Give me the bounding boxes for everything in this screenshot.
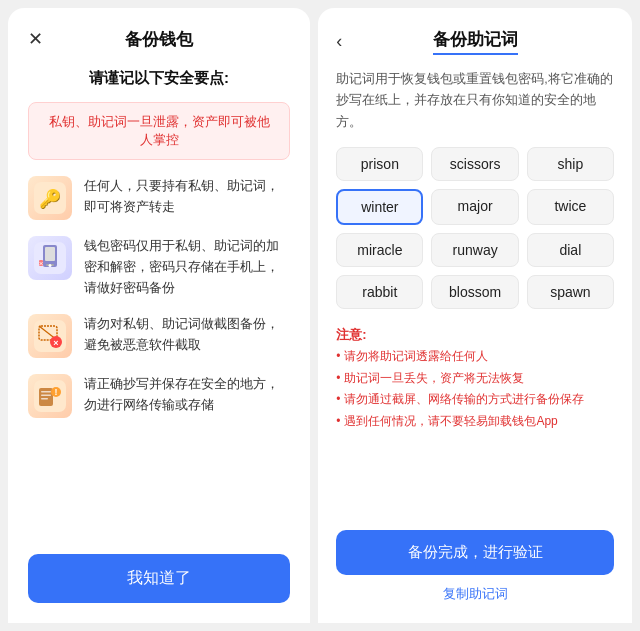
word-dial: dial <box>527 233 614 267</box>
word-ship: ship <box>527 147 614 181</box>
screenshot-icon: × <box>28 314 72 358</box>
note-item-4: • 遇到任何情况，请不要轻易卸载钱包App <box>336 411 614 433</box>
note-text-2: 助记词一旦丢失，资产将无法恢复 <box>344 368 524 390</box>
note-item-3: • 请勿通过截屏、网络传输的方式进行备份保存 <box>336 389 614 411</box>
svg-point-6 <box>49 264 52 267</box>
bullet-4: • <box>336 411 340 433</box>
note-item-2: • 助记词一旦丢失，资产将无法恢复 <box>336 368 614 390</box>
left-header: ✕ 备份钱包 <box>28 28 290 51</box>
svg-rect-16 <box>41 391 51 393</box>
security-item-2: × 钱包密码仅用于私钥、助记词的加密和解密，密码只存储在手机上，请做好密码备份 <box>28 236 290 298</box>
mnemonic-grid: prison scissors ship winter major twice … <box>336 147 614 309</box>
svg-text:×: × <box>39 259 44 268</box>
security-text-3: 请勿对私钥、助记词做截图备份，避免被恶意软件截取 <box>84 314 290 356</box>
note-item-1: • 请勿将助记词透露给任何人 <box>336 346 614 368</box>
bullet-3: • <box>336 389 340 411</box>
security-text-4: 请正确抄写并保存在安全的地方，勿进行网络传输或存储 <box>84 374 290 416</box>
word-twice: twice <box>527 189 614 225</box>
security-text-2: 钱包密码仅用于私钥、助记词的加密和解密，密码只存储在手机上，请做好密码备份 <box>84 236 290 298</box>
security-item-3: × 请勿对私钥、助记词做截图备份，避免被恶意软件截取 <box>28 314 290 358</box>
note-text-3: 请勿通过截屏、网络传输的方式进行备份保存 <box>344 389 584 411</box>
close-icon[interactable]: ✕ <box>28 28 43 50</box>
bullet-1: • <box>336 346 340 368</box>
svg-rect-15 <box>39 388 53 406</box>
word-winter: winter <box>336 189 423 225</box>
cloud-icon: ! <box>28 374 72 418</box>
left-subtitle: 请谨记以下安全要点: <box>28 69 290 88</box>
left-panel: ✕ 备份钱包 请谨记以下安全要点: 私钥、助记词一旦泄露，资产即可被他人掌控 🔑… <box>8 8 310 623</box>
note-text-1: 请勿将助记词透露给任何人 <box>344 346 488 368</box>
svg-text:!: ! <box>55 387 58 397</box>
word-miracle: miracle <box>336 233 423 267</box>
notes-title: 注意: <box>336 323 614 346</box>
word-blossom: blossom <box>431 275 518 309</box>
phone-icon: × <box>28 236 72 280</box>
backup-complete-button[interactable]: 备份完成，进行验证 <box>336 530 614 575</box>
word-scissors: scissors <box>431 147 518 181</box>
right-description: 助记词用于恢复钱包或重置钱包密码,将它准确的抄写在纸上，并存放在只有你知道的安全… <box>336 69 614 133</box>
right-bottom: 备份完成，进行验证 复制助记词 <box>336 530 614 603</box>
left-bottom: 我知道了 <box>28 554 290 603</box>
key-icon: 🔑 <box>28 176 72 220</box>
svg-text:×: × <box>53 338 58 348</box>
svg-rect-17 <box>41 395 51 397</box>
notes-section: 注意: • 请勿将助记词透露给任何人 • 助记词一旦丢失，资产将无法恢复 • 请… <box>336 323 614 433</box>
word-runway: runway <box>431 233 518 267</box>
word-rabbit: rabbit <box>336 275 423 309</box>
right-title: 备份助记词 <box>433 28 518 55</box>
svg-text:🔑: 🔑 <box>39 188 62 210</box>
word-spawn: spawn <box>527 275 614 309</box>
note-text-4: 遇到任何情况，请不要轻易卸载钱包App <box>344 411 557 433</box>
word-prison: prison <box>336 147 423 181</box>
back-icon[interactable]: ‹ <box>336 31 342 52</box>
bullet-2: • <box>336 368 340 390</box>
word-major: major <box>431 189 518 225</box>
security-item-4: ! 请正确抄写并保存在安全的地方，勿进行网络传输或存储 <box>28 374 290 418</box>
right-panel: ‹ 备份助记词 助记词用于恢复钱包或重置钱包密码,将它准确的抄写在纸上，并存放在… <box>318 8 632 623</box>
security-item-1: 🔑 任何人，只要持有私钥、助记词，即可将资产转走 <box>28 176 290 220</box>
left-title: 备份钱包 <box>125 28 193 51</box>
right-header: ‹ 备份助记词 <box>336 28 614 55</box>
copy-mnemonic-link[interactable]: 复制助记词 <box>336 585 614 603</box>
i-understand-button[interactable]: 我知道了 <box>28 554 290 603</box>
svg-rect-4 <box>45 247 55 261</box>
security-text-1: 任何人，只要持有私钥、助记词，即可将资产转走 <box>84 176 290 218</box>
svg-rect-18 <box>41 398 48 400</box>
warning-box: 私钥、助记词一旦泄露，资产即可被他人掌控 <box>28 102 290 160</box>
